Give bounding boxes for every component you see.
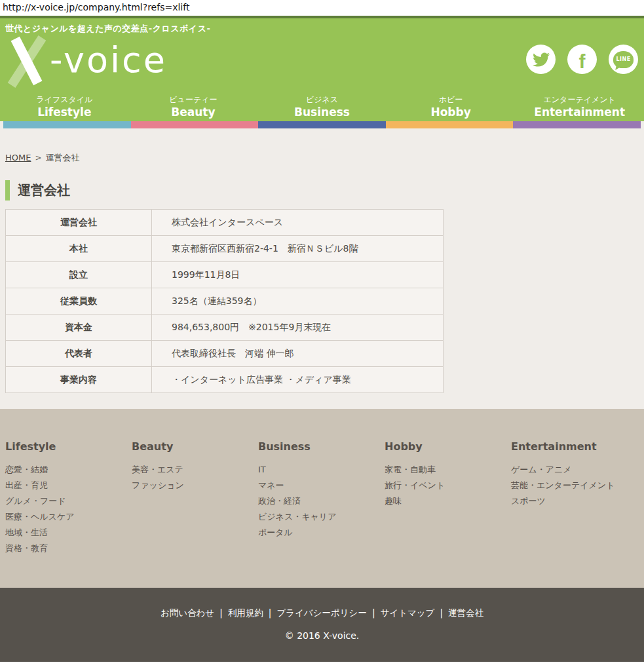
- footer-link[interactable]: マネー: [258, 478, 385, 493]
- footer-link[interactable]: 出産・育児: [5, 478, 132, 493]
- row-value: 325名（連結359名）: [152, 288, 444, 315]
- footer-column-entertainment: Entertainment ゲーム・アニメ 芸能・エンターテイメント スポーツ: [511, 440, 637, 588]
- site-logo[interactable]: -voice: [7, 37, 167, 84]
- twitter-icon: [533, 51, 550, 68]
- footer-link-separator: |: [372, 607, 375, 618]
- breadcrumb-current: 運営会社: [46, 153, 80, 162]
- row-label: 本社: [6, 236, 152, 262]
- footer-link[interactable]: 家電・自動車: [385, 462, 511, 478]
- nav-item-hobby[interactable]: ホビー Hobby: [387, 94, 516, 119]
- footer-column-beauty: Beauty 美容・エステ ファッション: [132, 440, 258, 588]
- footer-link[interactable]: 恋愛・結婚: [5, 462, 132, 478]
- footer-column-title: Hobby: [385, 440, 511, 453]
- nav-label-en: Hobby: [387, 105, 516, 119]
- footer-link[interactable]: 医療・ヘルスケア: [5, 509, 132, 525]
- breadcrumb-home-link[interactable]: HOME: [5, 153, 31, 162]
- table-row: 代表者 代表取締役社長 河端 伸一郎: [6, 341, 444, 367]
- table-row: 事業内容 ・インターネット広告事業 ・メディア事業: [6, 367, 444, 393]
- nav-item-lifestyle[interactable]: ライフスタイル Lifestyle: [0, 94, 129, 119]
- browser-url-bar[interactable]: http://x-voice.jp/company.html?refs=xlif…: [0, 0, 644, 16]
- footer-link-separator: |: [219, 607, 223, 618]
- row-label: 資本金: [6, 315, 152, 341]
- table-row: 従業員数 325名（連結359名）: [6, 288, 444, 315]
- nav-label-jp: ホビー: [387, 94, 516, 105]
- site-header: 世代とジャンルを超えた声の交差点-クロスボイス- -voice f LINE ラ…: [0, 18, 644, 121]
- beauty-color-bar: [131, 121, 259, 128]
- hobby-color-bar: [386, 121, 514, 128]
- row-value: 984,653,800円 ※2015年9月末現在: [152, 315, 444, 341]
- row-value: ・インターネット広告事業 ・メディア事業: [152, 367, 444, 393]
- footer-column-business: Business IT マネー 政治・経済 ビジネス・キャリア ポータル: [258, 440, 385, 588]
- nav-label-jp: エンターテイメント: [515, 94, 644, 105]
- facebook-icon: f: [579, 52, 586, 71]
- nav-label-en: Lifestyle: [0, 105, 129, 119]
- footer-link[interactable]: 美容・エステ: [132, 462, 258, 478]
- nav-label-en: Entertainment: [515, 105, 644, 119]
- row-label: 代表者: [6, 341, 152, 367]
- footer-privacy-link[interactable]: プライバシーポリシー: [276, 607, 367, 618]
- twitter-button[interactable]: [526, 45, 556, 74]
- footer-column-hobby: Hobby 家電・自動車 旅行・イベント 趣味: [385, 440, 511, 588]
- footer-link[interactable]: ビジネス・キャリア: [258, 509, 385, 525]
- logo-x-mark: [7, 39, 47, 82]
- row-value: 東京都新宿区西新宿2-4-1 新宿ＮＳビル8階: [152, 236, 444, 262]
- nav-label-en: Beauty: [129, 105, 258, 119]
- nav-label-jp: ビジネス: [257, 94, 387, 105]
- site-tagline: 世代とジャンルを超えた声の交差点-クロスボイス-: [5, 23, 210, 35]
- row-value: 株式会社インタースペース: [152, 210, 444, 236]
- line-icon-label: LINE: [616, 56, 630, 62]
- footer-link[interactable]: 政治・経済: [258, 493, 385, 509]
- footer-link-separator: |: [440, 607, 443, 618]
- main-content: HOME>運営会社 運営会社 運営会社 株式会社インタースペース 本社 東京都新…: [0, 128, 644, 409]
- footer-link-separator: |: [269, 607, 272, 618]
- footer-contact-link[interactable]: お問い合わせ: [161, 607, 214, 618]
- business-color-bar: [258, 121, 386, 128]
- footer-link[interactable]: ポータル: [258, 525, 385, 541]
- footer-link[interactable]: 旅行・イベント: [385, 478, 511, 493]
- main-navigation: ライフスタイル Lifestyle ビューティー Beauty ビジネス Bus…: [0, 94, 644, 119]
- footer-link[interactable]: IT: [258, 462, 385, 478]
- nav-label-en: Business: [257, 105, 387, 119]
- breadcrumb-separator: >: [35, 153, 41, 162]
- entertainment-color-bar: [513, 121, 641, 128]
- category-color-bars: [0, 121, 644, 128]
- row-value: 1999年11月8日: [152, 262, 444, 288]
- nav-item-business[interactable]: ビジネス Business: [257, 94, 387, 119]
- line-button[interactable]: LINE: [609, 45, 638, 74]
- row-label: 従業員数: [6, 288, 152, 315]
- social-icons: f LINE: [526, 45, 638, 74]
- footer-link[interactable]: ファッション: [132, 478, 258, 493]
- footer-column-title: Lifestyle: [5, 440, 132, 453]
- footer-link[interactable]: 地域・生活: [5, 525, 132, 541]
- footer-bottom-links: お問い合わせ|利用規約|プライバシーポリシー|サイトマップ|運営会社: [0, 607, 644, 619]
- lifestyle-color-bar: [3, 121, 131, 128]
- footer-column-title: Entertainment: [511, 440, 637, 453]
- facebook-button[interactable]: f: [567, 45, 597, 74]
- table-row: 本社 東京都新宿区西新宿2-4-1 新宿ＮＳビル8階: [6, 236, 444, 262]
- company-info-table: 運営会社 株式会社インタースペース 本社 東京都新宿区西新宿2-4-1 新宿ＮＳ…: [5, 209, 444, 393]
- footer-bottom: お問い合わせ|利用規約|プライバシーポリシー|サイトマップ|運営会社 © 201…: [0, 588, 644, 662]
- footer-column-title: Beauty: [132, 440, 258, 453]
- footer-sitemap: Lifestyle 恋愛・結婚 出産・育児 グルメ・フード 医療・ヘルスケア 地…: [0, 409, 644, 588]
- logo-text: -voice: [50, 39, 167, 82]
- row-label: 設立: [6, 262, 152, 288]
- footer-link[interactable]: 資格・教育: [5, 541, 132, 556]
- footer-company-link[interactable]: 運営会社: [448, 607, 483, 618]
- url-text[interactable]: http://x-voice.jp/company.html?refs=xlif…: [3, 2, 189, 12]
- table-row: 設立 1999年11月8日: [6, 262, 444, 288]
- nav-label-jp: ビューティー: [129, 94, 258, 105]
- footer-link[interactable]: 芸能・エンターテイメント: [511, 478, 637, 493]
- footer-link[interactable]: スポーツ: [511, 493, 637, 509]
- nav-item-entertainment[interactable]: エンターテイメント Entertainment: [515, 94, 644, 119]
- footer-link[interactable]: ゲーム・アニメ: [511, 462, 637, 478]
- footer-column-title: Business: [258, 440, 385, 453]
- nav-item-beauty[interactable]: ビューティー Beauty: [129, 94, 258, 119]
- page-title: 運営会社: [5, 180, 644, 201]
- row-value: 代表取締役社長 河端 伸一郎: [152, 341, 444, 367]
- footer-link[interactable]: グルメ・フード: [5, 493, 132, 509]
- footer-terms-link[interactable]: 利用規約: [228, 607, 263, 618]
- breadcrumb: HOME>運営会社: [0, 128, 644, 164]
- footer-sitemap-link[interactable]: サイトマップ: [381, 607, 435, 618]
- footer-column-lifestyle: Lifestyle 恋愛・結婚 出産・育児 グルメ・フード 医療・ヘルスケア 地…: [5, 440, 132, 588]
- footer-link[interactable]: 趣味: [385, 493, 511, 509]
